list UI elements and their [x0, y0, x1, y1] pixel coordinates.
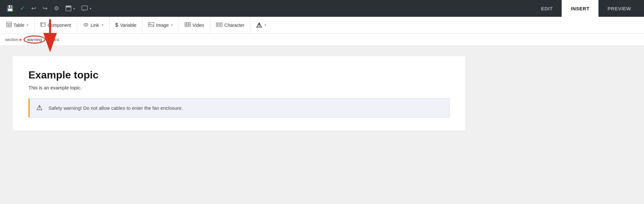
svg-rect-22	[217, 25, 218, 26]
breadcrumb-sep-2: ▶	[47, 38, 49, 41]
check-button[interactable]: ✓	[17, 3, 27, 14]
svg-rect-24	[220, 25, 221, 26]
alert-chevron: ▾	[265, 23, 266, 27]
insert-component-button[interactable]: Component	[35, 17, 77, 33]
insert-variable-button[interactable]: $ Variable	[109, 17, 143, 33]
variable-icon: $	[115, 22, 118, 28]
breadcrumb: section ▶ warning ▶ para	[0, 34, 644, 46]
svg-rect-3	[7, 22, 12, 27]
alert-icon: ⚠	[256, 21, 262, 29]
tab-insert[interactable]: INSERT	[562, 0, 598, 17]
svg-rect-1	[66, 6, 71, 7]
insert-toolbar: Table ▾ Component Link ▾	[0, 17, 644, 34]
svg-rect-23	[219, 25, 220, 26]
content-area: Example topic This is an example topic. …	[0, 46, 644, 175]
breadcrumb-warning-label[interactable]: warning	[24, 36, 46, 44]
warning-text: Safety warning! Do not allow cables to e…	[48, 105, 183, 111]
insert-image-button[interactable]: Image ▾	[142, 17, 179, 33]
insert-alert-button[interactable]: ⚠ ▾	[250, 17, 269, 33]
page-title: Example topic	[28, 69, 450, 81]
comment-button[interactable]: ▾	[79, 4, 94, 13]
link-chevron: ▾	[102, 23, 103, 27]
image-icon	[148, 22, 154, 28]
warning-box: ⚠ Safety warning! Do not allow cables to…	[28, 98, 450, 117]
video-icon	[185, 22, 191, 28]
undo-button[interactable]: ↩	[29, 3, 39, 14]
component-label: Component	[47, 23, 71, 28]
warning-triangle-icon: ⚠	[36, 104, 43, 112]
variable-label: Variable	[120, 23, 136, 28]
svg-rect-19	[217, 24, 218, 25]
svg-rect-20	[219, 24, 220, 25]
breadcrumb-warning[interactable]: warning	[24, 36, 46, 44]
table-icon	[6, 22, 12, 28]
insert-table-button[interactable]: Table ▾	[5, 17, 35, 33]
image-chevron: ▾	[171, 23, 173, 27]
insert-link-button[interactable]: Link ▾	[77, 17, 109, 33]
redo-button[interactable]: ↪	[40, 3, 50, 14]
breadcrumb-para[interactable]: para	[51, 37, 59, 42]
svg-rect-8	[41, 23, 45, 26]
breadcrumb-sep-1: ▶	[20, 38, 22, 41]
content-card: Example topic This is an example topic. …	[13, 56, 465, 130]
tab-edit[interactable]: EDIT	[532, 0, 562, 17]
svg-rect-2	[82, 6, 88, 10]
link-label: Link	[91, 23, 99, 28]
insert-character-button[interactable]: Character	[210, 17, 250, 33]
table-chevron: ▾	[27, 23, 28, 27]
image-label: Image	[156, 23, 169, 28]
tab-preview[interactable]: PREVIEW	[598, 0, 640, 17]
insert-video-button[interactable]: Video	[179, 17, 210, 33]
link-icon	[83, 22, 89, 28]
table-label: Table	[14, 23, 24, 28]
character-label: Character	[224, 23, 244, 28]
breadcrumb-section[interactable]: section	[5, 37, 18, 42]
component-icon	[40, 22, 46, 28]
character-icon	[216, 22, 223, 28]
top-toolbar: 💾 ✓ ↩ ↪ ⚙ ▾ ▾ EDIT INSERT PREVIEW	[0, 0, 644, 17]
svg-rect-21	[220, 24, 221, 25]
settings-button[interactable]: ⚙	[51, 3, 62, 14]
video-label: Video	[192, 23, 204, 28]
save-button[interactable]: 💾	[4, 3, 16, 14]
svg-rect-13	[185, 22, 191, 26]
svg-rect-18	[216, 23, 222, 26]
layout-button[interactable]: ▾	[63, 4, 78, 13]
page-subtitle: This is an example topic.	[28, 85, 450, 90]
tab-group: EDIT INSERT PREVIEW	[532, 0, 640, 17]
